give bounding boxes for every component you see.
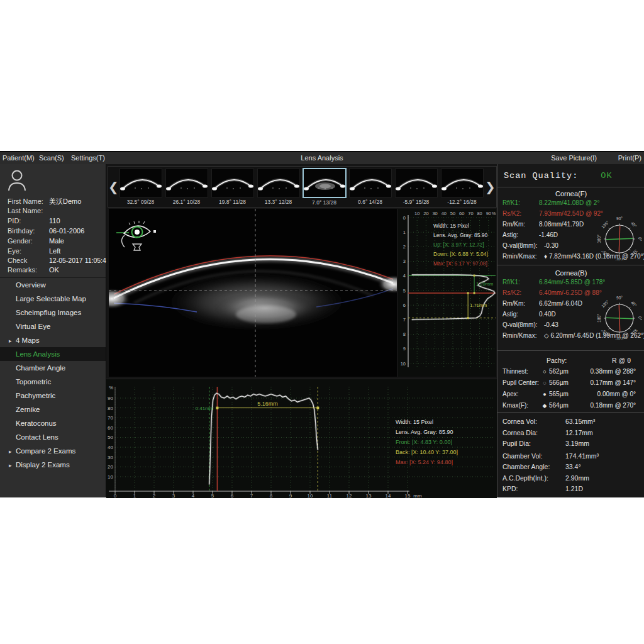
value-row-cornea-dia: Cornea Dia:12.17mm [497, 428, 644, 439]
svg-text:7: 7 [403, 317, 406, 323]
scheimpflug-image [109, 209, 397, 377]
dial-label: 270° [615, 336, 624, 340]
cornea-back-title: Cornea(B) [497, 265, 644, 277]
svg-text:4: 4 [192, 493, 195, 498]
scan-thumbnail-5-selected[interactable]: 7.0° 13/28 [301, 168, 347, 206]
axis-dial-svg: 90°45°0°315°270°225°180°135° [597, 294, 642, 340]
dial-label: 180° [597, 235, 601, 243]
sidebar: First Name:美沃Demo Last Name: PID:110 Bir… [0, 164, 106, 497]
svg-text:14: 14 [386, 493, 391, 498]
svg-text:50: 50 [108, 435, 113, 440]
patient-pid: PID:110 [8, 217, 60, 225]
sidebar-item-lens-analysis[interactable]: Lens Analysis [0, 347, 106, 361]
scheimpflug-image-view[interactable] [109, 209, 397, 377]
sidebar-item-keratoconus[interactable]: Keratoconus [0, 416, 106, 430]
scan-thumbnail-4[interactable]: 13.3° 12/28 [255, 169, 301, 205]
svg-text:6: 6 [403, 303, 406, 308]
scan-thumbnail-2[interactable]: 26.1° 10/28 [164, 169, 209, 205]
sidebar-item-compare-2-exams[interactable]: ▸Compare 2 Exams [0, 444, 106, 458]
scan-thumbnail-3[interactable]: 19.8° 11/28 [209, 169, 255, 205]
menu-bar: Patient(M) Scan(S) Settings(T) Lens Anal… [0, 152, 644, 164]
pachy-section: Pachy: R @ θ Thinnest:○562µm0.38mm @ 288… [497, 351, 644, 413]
svg-text:50: 50 [450, 211, 455, 216]
patient-remarks: Remarks:OK [8, 266, 59, 274]
svg-text:70: 70 [468, 211, 473, 216]
depth-density-chart: 102030405060708090%0123456789101.20mm1.7… [398, 209, 496, 377]
dial-label: 0° [638, 237, 642, 242]
screenshot-stage: Patient(M) Scan(S) Settings(T) Lens Anal… [0, 0, 644, 644]
svg-text:5: 5 [403, 288, 406, 294]
value-row-kpd: KPD:1.21D [497, 484, 644, 495]
pachy-header: Pachy: R @ θ [497, 351, 644, 366]
sidebar-item-4-maps[interactable]: ▸4 Maps [0, 333, 106, 347]
svg-text:1: 1 [403, 230, 406, 235]
svg-text:80: 80 [477, 211, 482, 216]
lens-density-chart-svg: 0123456789101112131415mm%908070605040302… [106, 379, 497, 498]
sidebar-item-zernike[interactable]: Zernike [0, 402, 106, 416]
cornea-back-section: Cornea(B) Rf/K1:6.84mm/-5.85D @ 178° Rs/… [497, 265, 644, 351]
scan-quality-section: Scan Quality: OK [497, 164, 644, 187]
pachy-row-apex: Apex:●565µm0.00mm @ 0° [497, 389, 644, 400]
thumbnails-prev-arrow[interactable]: ❮ [108, 171, 118, 203]
scan-thumbnail-6[interactable]: 0.6° 14/28 [347, 169, 393, 205]
depth-density-chart-svg: 102030405060708090%0123456789101.20mm1.7… [398, 209, 496, 377]
scan-thumbnail-7[interactable]: -5.9° 15/28 [393, 169, 439, 205]
sidebar-item-contact-lens[interactable]: Contact Lens [0, 430, 106, 444]
svg-text:5.16mm: 5.16mm [257, 401, 278, 407]
pachy-row-pupil-center: Pupil Center:◌566µm0.17mm @ 147° [497, 377, 644, 389]
sidebar-item-chamber-angle[interactable]: Chamber Angle [0, 361, 106, 375]
dial-label: 135° [601, 220, 610, 230]
svg-text:0.41mm: 0.41mm [196, 406, 214, 411]
dial-label: 45° [630, 300, 638, 308]
chamber-values-section: Cornea Vol:63.15mm³ Cornea Dia:12.17mm P… [497, 413, 644, 497]
menu-print[interactable]: Print(P) [618, 154, 641, 162]
svg-text:2: 2 [403, 244, 406, 250]
thumbnails-next-arrow[interactable]: ❯ [485, 171, 494, 203]
apex-marker-icon: ● [540, 389, 549, 400]
dial-label: 0° [638, 316, 642, 321]
svg-text:20: 20 [108, 464, 113, 470]
svg-text:1: 1 [133, 493, 136, 498]
scan-quality-value: OK [601, 171, 612, 180]
scan-thumbnail-8[interactable]: -12.2° 16/28 [439, 169, 485, 205]
svg-text:mm: mm [413, 493, 422, 498]
sidebar-item-pachymetric[interactable]: Pachymetric [0, 389, 106, 402]
sidebar-item-scheimpflug-images[interactable]: Scheimpflug Images [0, 306, 106, 319]
thinnest-marker-icon: ○ [540, 366, 549, 377]
sidebar-item-overview[interactable]: Overview [0, 278, 106, 292]
sidebar-item-large-selectable-map[interactable]: Large Selectable Map [0, 292, 106, 306]
pachy-row-kmax: Kmax(F):◆564µm0.18mm @ 270° [497, 400, 644, 411]
svg-text:90: 90 [108, 396, 113, 401]
svg-text:70: 70 [108, 415, 113, 421]
kmax-marker-icon: ◆ [540, 400, 549, 411]
patient-last-name: Last Name: [8, 207, 49, 214]
menu-save-picture[interactable]: Save Picture(I) [551, 154, 597, 162]
r-theta-col-header: R @ θ [584, 355, 640, 366]
svg-text:30: 30 [432, 211, 437, 216]
svg-text:11: 11 [327, 493, 333, 498]
cornea-front-section: Cornea(F) Rf/K1:8.22mm/41.08D @ 2° Rs/K2… [497, 187, 644, 265]
dial-label: 90° [616, 216, 623, 221]
svg-text:%: % [492, 211, 496, 216]
value-row-cornea-vol: Cornea Vol:63.15mm³ [497, 416, 644, 428]
scan-quality-label: Scan Quality: [504, 171, 578, 180]
sidebar-item-display-2-exams[interactable]: ▸Display 2 Exams [0, 458, 106, 472]
sidebar-item-virtual-eye[interactable]: Virtual Eye [0, 319, 106, 333]
dial-label: 270° [615, 257, 624, 260]
svg-text:3: 3 [403, 258, 406, 264]
svg-text:1.71mm: 1.71mm [470, 303, 487, 308]
svg-text:60: 60 [108, 425, 113, 431]
pachy-row-thinnest: Thinnest:○562µm0.38mm @ 288° [497, 366, 644, 377]
dial-label: 315° [629, 328, 638, 338]
patient-birthday: Birthday:06-01-2006 [8, 227, 84, 235]
svg-text:40: 40 [441, 211, 447, 216]
sidebar-item-topometric[interactable]: Topometric [0, 375, 106, 389]
patient-first-name: First Name:美沃Demo [8, 197, 81, 206]
dial-label: 225° [601, 328, 610, 337]
scan-thumbnail-1[interactable]: 32.5° 09/28 [118, 169, 164, 205]
axis-dial-back: 90°45°0°315°270°225°180°135° [597, 294, 642, 340]
svg-text:0: 0 [403, 215, 406, 221]
svg-text:9: 9 [403, 346, 406, 352]
pupil-center-marker-icon: ◌ [540, 377, 549, 389]
svg-text:10: 10 [414, 211, 419, 216]
